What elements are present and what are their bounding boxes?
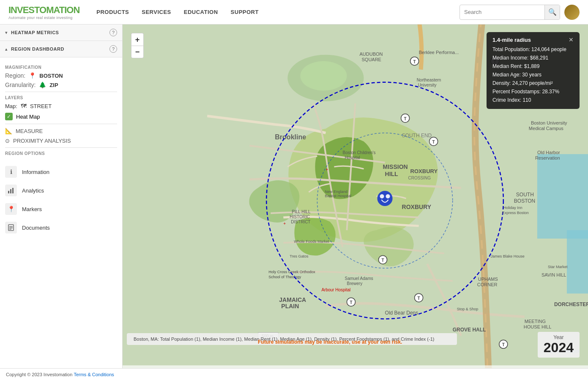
proximity-label: PROXIMITY ANALYSIS bbox=[13, 138, 71, 144]
svg-rect-0 bbox=[8, 191, 9, 193]
svg-text:Brookline: Brookline bbox=[275, 133, 306, 141]
heat-map-row: ✓ Heat Map bbox=[5, 113, 117, 120]
svg-text:Whole Foods Market: Whole Foods Market bbox=[294, 239, 329, 244]
nav-support[interactable]: SUPPORT bbox=[231, 9, 259, 15]
information-label: Information bbox=[22, 169, 49, 175]
heatmap-toggle-icon: ▾ bbox=[5, 30, 8, 35]
svg-text:T: T bbox=[418, 296, 420, 301]
region-section-header[interactable]: ▴ REGION DASHBOARD ? bbox=[0, 41, 122, 57]
stat-population: Total Population: 124,064 people bbox=[492, 46, 574, 53]
granularity-value: ZIP bbox=[49, 82, 58, 88]
main-nav: PRODUCTS SERVICES EDUCATION SUPPORT bbox=[96, 9, 459, 15]
svg-text:T: T bbox=[432, 140, 435, 144]
svg-rect-1 bbox=[10, 189, 11, 193]
heatmap-section-header[interactable]: ▾ HEATMAP METRICS ? bbox=[0, 24, 122, 41]
svg-text:Northeastern: Northeastern bbox=[417, 78, 441, 82]
search-button[interactable]: 🔍 bbox=[544, 5, 560, 20]
heatmap-section-left: ▾ HEATMAP METRICS bbox=[5, 30, 59, 35]
region-help-icon[interactable]: ? bbox=[109, 45, 117, 53]
svg-text:SOUTH END: SOUTH END bbox=[402, 133, 432, 138]
svg-text:Boston Children's: Boston Children's bbox=[342, 150, 375, 155]
copyright-text: Copyright © 2023 Investomation bbox=[6, 372, 72, 377]
zoom-out-button[interactable]: − bbox=[131, 46, 144, 58]
svg-text:PLAIN: PLAIN bbox=[281, 303, 299, 309]
granularity-label-text: Granularity: bbox=[5, 81, 36, 88]
region-option-markers[interactable]: 📍 Markers bbox=[0, 200, 122, 218]
map-controls: + − bbox=[131, 33, 144, 58]
logo-prefix: INVEST bbox=[8, 5, 39, 15]
map-layer-row: Map: 🗺 STREET bbox=[5, 103, 117, 109]
svg-text:Stop & Shop: Stop & Shop bbox=[457, 307, 479, 311]
svg-text:Brewery: Brewery bbox=[347, 281, 362, 286]
header: INVESTOMATION Automate your real estate … bbox=[0, 0, 588, 24]
granularity-row: Granularity: 🌲 ZIP bbox=[5, 81, 117, 88]
magnification-label: MAGNIFICATION bbox=[5, 65, 117, 70]
svg-text:University: University bbox=[418, 83, 437, 87]
map-type-value: STREET bbox=[30, 103, 52, 109]
svg-text:SQUARE: SQUARE bbox=[362, 57, 381, 62]
region-options-label: REGION OPTIONS bbox=[5, 151, 117, 156]
region-option-analytics[interactable]: Analytics bbox=[0, 181, 122, 200]
logo-suffix: OMATION bbox=[39, 5, 79, 15]
svg-point-69 bbox=[386, 194, 390, 198]
markers-icon: 📍 bbox=[5, 203, 17, 215]
search-input[interactable] bbox=[460, 9, 544, 15]
svg-text:MISSION: MISSION bbox=[383, 163, 408, 170]
main-content: ▾ HEATMAP METRICS ? ▴ REGION DASHBOARD ?… bbox=[0, 24, 588, 368]
heatmap-help-icon[interactable]: ? bbox=[109, 29, 117, 36]
svg-text:Holiday Inn: Holiday Inn bbox=[503, 206, 522, 210]
heat-map-label: Heat Map bbox=[16, 114, 40, 120]
svg-point-10 bbox=[300, 61, 347, 91]
documents-icon bbox=[5, 222, 17, 233]
region-option-documents[interactable]: Documents bbox=[0, 218, 122, 237]
svg-rect-6 bbox=[9, 229, 11, 230]
svg-text:Express Boston: Express Boston bbox=[502, 211, 529, 215]
svg-text:BOSTON: BOSTON bbox=[514, 198, 535, 204]
svg-text:DISTRICT: DISTRICT bbox=[291, 220, 310, 224]
zoom-in-button[interactable]: + bbox=[131, 33, 144, 46]
terms-link[interactable]: Terms & Conditions bbox=[74, 372, 114, 377]
year-label: Year bbox=[544, 334, 574, 340]
avatar[interactable] bbox=[564, 5, 580, 20]
warning-text: Future simulations may be inaccurate, us… bbox=[258, 339, 402, 345]
svg-text:T: T bbox=[350, 300, 352, 305]
documents-label: Documents bbox=[22, 225, 50, 231]
svg-text:ROXBURY: ROXBURY bbox=[410, 168, 438, 174]
analytics-icon bbox=[5, 185, 17, 196]
map-label-text: Map: bbox=[5, 103, 17, 109]
svg-text:ROXBURY: ROXBURY bbox=[402, 204, 432, 210]
svg-rect-11 bbox=[537, 154, 588, 239]
svg-text:Reservation: Reservation bbox=[535, 155, 560, 160]
proximity-close-button[interactable]: ✕ bbox=[569, 36, 574, 43]
region-option-information[interactable]: ℹ Information bbox=[0, 163, 122, 181]
region-row: Region: 📍 BOSTON bbox=[5, 72, 117, 79]
svg-rect-12 bbox=[567, 230, 588, 293]
heat-map-checkbox[interactable]: ✓ bbox=[5, 113, 13, 120]
nav-services[interactable]: SERVICES bbox=[142, 9, 171, 15]
sidebar-content: MAGNIFICATION Region: 📍 BOSTON Granulari… bbox=[0, 57, 122, 163]
svg-text:Samuel Adams: Samuel Adams bbox=[345, 276, 373, 281]
nav-products[interactable]: PRODUCTS bbox=[96, 9, 129, 15]
svg-text:Arbour Hospital: Arbour Hospital bbox=[321, 288, 350, 292]
region-label-text: Region: bbox=[5, 72, 25, 79]
proximity-icon: ⊙ bbox=[5, 138, 10, 144]
svg-text:HOUSE HILL: HOUSE HILL bbox=[524, 324, 551, 329]
proximity-row[interactable]: ⊙ PROXIMITY ANALYSIS bbox=[5, 138, 117, 144]
layers-label: LAYERS bbox=[5, 95, 117, 100]
svg-text:CORNER: CORNER bbox=[477, 282, 498, 287]
logo-text: INVESTOMATION bbox=[8, 5, 79, 16]
nav-education[interactable]: EDUCATION bbox=[184, 9, 218, 15]
stat-crime: Crime Index: 110 bbox=[492, 96, 574, 104]
svg-rect-83 bbox=[123, 365, 588, 368]
svg-text:Berklee Performa...: Berklee Performa... bbox=[419, 50, 459, 55]
measure-label: MEASURE bbox=[16, 128, 43, 134]
svg-point-68 bbox=[380, 194, 384, 198]
svg-text:+: + bbox=[283, 221, 286, 226]
granularity-icon: 🌲 bbox=[39, 81, 46, 88]
svg-text:DORCHESTER: DORCHESTER bbox=[554, 301, 588, 307]
svg-text:HISTORIC: HISTORIC bbox=[290, 214, 310, 219]
measure-row[interactable]: 📐 MEASURE bbox=[5, 128, 117, 134]
svg-rect-4 bbox=[9, 226, 13, 227]
svg-text:New England: New England bbox=[325, 190, 347, 194]
svg-text:Medical Campus: Medical Campus bbox=[529, 126, 563, 131]
